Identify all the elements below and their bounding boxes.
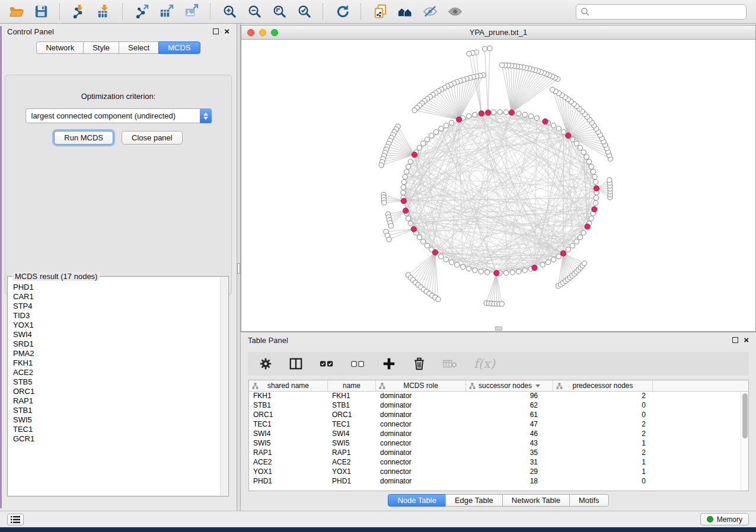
network-canvas[interactable] bbox=[241, 40, 755, 331]
cell[interactable]: RAP1 bbox=[328, 448, 376, 458]
save-session-button[interactable] bbox=[31, 2, 51, 21]
table-row-ACE2[interactable]: ACE2ACE2connector311 bbox=[249, 458, 748, 467]
cell[interactable]: 46 bbox=[466, 430, 553, 439]
mcds-result-item[interactable]: RAP1 bbox=[13, 396, 220, 406]
table-scrollbar-thumb[interactable] bbox=[742, 393, 748, 438]
cell[interactable]: 43 bbox=[466, 439, 553, 448]
mcds-result-item[interactable]: SWI5 bbox=[13, 415, 220, 425]
mcds-result-item[interactable]: SRD1 bbox=[13, 339, 220, 349]
table-tab-network-table[interactable]: Network Table bbox=[502, 494, 570, 507]
cell[interactable]: dominator bbox=[376, 477, 466, 486]
table-row-FKH1[interactable]: FKH1FKH1dominator962 bbox=[249, 392, 748, 401]
cell[interactable]: 1 bbox=[553, 458, 653, 467]
settings-gear-button[interactable] bbox=[259, 357, 273, 371]
network-titlebar[interactable]: YPA_prune.txt_1 bbox=[241, 25, 755, 40]
zoom-out-button[interactable] bbox=[244, 2, 264, 21]
zoom-fit-button[interactable] bbox=[269, 2, 289, 21]
cell[interactable]: RAP1 bbox=[249, 448, 328, 458]
cell[interactable]: 35 bbox=[466, 448, 553, 458]
float-table-panel-button[interactable] bbox=[732, 337, 738, 343]
mcds-result-item[interactable]: FKH1 bbox=[13, 358, 220, 368]
mcds-result-item[interactable]: PMA2 bbox=[13, 349, 220, 358]
tab-network[interactable]: Network bbox=[36, 41, 84, 54]
cell[interactable]: 2 bbox=[553, 392, 653, 401]
cell[interactable]: ORC1 bbox=[249, 411, 328, 420]
export-table-button[interactable] bbox=[157, 2, 177, 21]
cell[interactable]: connector bbox=[376, 420, 466, 430]
table-row-SWI5[interactable]: SWI5SWI5connector431 bbox=[249, 439, 748, 448]
mcds-result-item[interactable]: CAR1 bbox=[13, 292, 220, 302]
table-row-ORC1[interactable]: ORC1ORC1dominator610 bbox=[249, 411, 748, 420]
table-tab-motifs[interactable]: Motifs bbox=[569, 494, 609, 507]
vertical-splitter[interactable] bbox=[237, 24, 241, 511]
select-all-button[interactable] bbox=[319, 357, 334, 371]
cell[interactable]: YOX1 bbox=[249, 467, 328, 477]
cell[interactable]: ACE2 bbox=[328, 458, 376, 467]
criterion-select[interactable]: largest connected component (undirected) bbox=[25, 108, 212, 123]
cell[interactable]: 61 bbox=[466, 411, 553, 420]
duplicate-network-button[interactable] bbox=[370, 2, 390, 21]
cell[interactable]: 2 bbox=[553, 420, 653, 430]
cell[interactable]: ORC1 bbox=[328, 411, 376, 420]
cell[interactable]: 2 bbox=[553, 430, 653, 439]
close-table-panel-button[interactable]: × bbox=[744, 337, 749, 343]
cell[interactable]: STB1 bbox=[249, 401, 328, 411]
column-header-MCDS-role[interactable]: MCDS role bbox=[376, 380, 466, 391]
cell[interactable]: ACE2 bbox=[249, 458, 328, 467]
cell[interactable]: 0 bbox=[553, 477, 653, 486]
export-network-button[interactable] bbox=[132, 2, 152, 21]
delete-row-button[interactable] bbox=[412, 357, 426, 371]
cell[interactable]: connector bbox=[376, 439, 466, 448]
table-row-TEC1[interactable]: TEC1TEC1connector472 bbox=[249, 420, 748, 430]
cell[interactable]: FKH1 bbox=[328, 392, 376, 401]
cell[interactable]: dominator bbox=[376, 448, 466, 458]
delete-table-button[interactable] bbox=[442, 358, 458, 370]
mcds-result-item[interactable]: ORC1 bbox=[13, 387, 220, 396]
mcds-result-item[interactable]: STB1 bbox=[13, 406, 220, 415]
cell[interactable]: PHD1 bbox=[249, 477, 328, 486]
cell[interactable]: 47 bbox=[466, 420, 553, 430]
mcds-result-item[interactable]: TEC1 bbox=[13, 425, 220, 434]
search-input[interactable] bbox=[576, 4, 747, 20]
zoom-selected-button[interactable] bbox=[294, 2, 314, 21]
cell[interactable]: 0 bbox=[553, 401, 653, 411]
cell[interactable]: 1 bbox=[553, 439, 653, 448]
mcds-result-item[interactable]: TID3 bbox=[13, 311, 220, 321]
network-resize-grip[interactable] bbox=[495, 326, 502, 331]
cell[interactable]: FKH1 bbox=[249, 392, 328, 401]
cell[interactable]: 31 bbox=[466, 458, 553, 467]
column-header-successor-nodes[interactable]: successor nodes bbox=[466, 380, 553, 391]
float-panel-button[interactable] bbox=[213, 28, 219, 34]
mcds-result-item[interactable]: YOX1 bbox=[13, 321, 220, 330]
mcds-result-item[interactable]: PHD1 bbox=[13, 283, 220, 292]
table-row-PHD1[interactable]: PHD1PHD1dominator180 bbox=[249, 477, 748, 486]
cell[interactable]: 0 bbox=[553, 411, 653, 420]
cell[interactable]: YOX1 bbox=[328, 467, 376, 477]
column-header-predecessor-nodes[interactable]: predecessor nodes bbox=[553, 380, 653, 391]
cell[interactable]: connector bbox=[376, 467, 466, 477]
table-tab-edge-table[interactable]: Edge Table bbox=[445, 494, 503, 507]
table-row-SWI4[interactable]: SWI4SWI4dominator462 bbox=[249, 430, 748, 439]
import-table-button[interactable] bbox=[94, 2, 114, 21]
cell[interactable]: dominator bbox=[376, 392, 466, 401]
mcds-result-item[interactable]: STB5 bbox=[13, 377, 220, 387]
show-columns-button[interactable] bbox=[289, 357, 303, 371]
table-row-STB1[interactable]: STB1STB1dominator620 bbox=[249, 401, 748, 411]
cell[interactable]: dominator bbox=[376, 401, 466, 411]
cell[interactable]: 96 bbox=[466, 392, 553, 401]
cell[interactable]: SWI4 bbox=[249, 430, 328, 439]
tab-style[interactable]: Style bbox=[83, 41, 119, 54]
cell[interactable]: connector bbox=[376, 458, 466, 467]
import-network-button[interactable] bbox=[69, 2, 89, 21]
mcds-result-item[interactable]: ACE2 bbox=[13, 368, 220, 377]
mcds-result-item[interactable]: SWI4 bbox=[13, 330, 220, 339]
export-image-button[interactable] bbox=[181, 2, 202, 21]
column-header-shared-name[interactable]: shared name bbox=[249, 380, 328, 391]
cell[interactable]: TEC1 bbox=[328, 420, 376, 430]
cell[interactable]: dominator bbox=[376, 411, 466, 420]
table-tab-node-table[interactable]: Node Table bbox=[388, 494, 446, 507]
close-panel-button-mcds[interactable]: Close panel bbox=[122, 131, 183, 145]
show-all-button[interactable] bbox=[445, 2, 465, 21]
zoom-in-button[interactable] bbox=[219, 2, 240, 21]
cell[interactable]: SWI4 bbox=[328, 430, 376, 439]
